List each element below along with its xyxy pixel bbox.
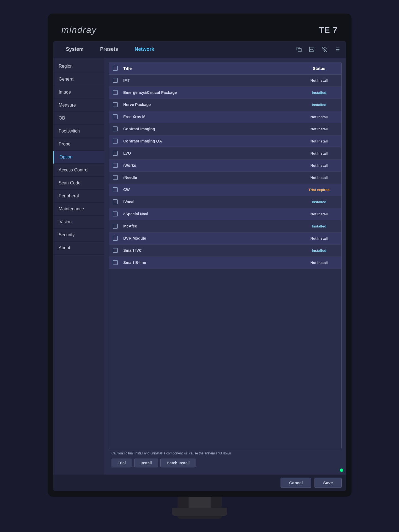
brand-bar: mindray TE 7	[53, 19, 346, 41]
svg-rect-0	[298, 48, 301, 52]
table-row: Free Xros M Not Install	[109, 111, 341, 123]
image-svg	[309, 46, 315, 52]
table-row: Nerve Package Installed	[109, 99, 341, 111]
content-area: Title Status IMT Not Install Emergency&C…	[104, 58, 346, 475]
checkbox-cw[interactable]	[113, 187, 118, 192]
checkbox-lvo[interactable]	[113, 151, 118, 156]
menu-icon[interactable]	[333, 45, 342, 54]
top-nav: System Presets Network	[53, 41, 346, 58]
row-status-ivocal: Installed	[297, 199, 341, 205]
stand-base	[172, 508, 227, 516]
checkbox-emergency[interactable]	[113, 90, 118, 95]
checkbox-contrast[interactable]	[113, 126, 118, 131]
wifi-off-icon[interactable]	[320, 45, 329, 54]
sidebar-item-image[interactable]: Image	[53, 86, 104, 99]
table-row: LVO Not Install	[109, 147, 341, 160]
install-button[interactable]: Install	[134, 459, 158, 467]
batch-install-button[interactable]: Batch Install	[160, 459, 196, 467]
table-header: Title Status	[109, 62, 341, 75]
checkbox-ivocal[interactable]	[113, 199, 118, 204]
row-status-espacial: Not Install	[297, 211, 341, 217]
svg-point-2	[324, 51, 325, 52]
image-icon[interactable]	[307, 45, 316, 54]
table-row: Contrast Imaging QA Not Install	[109, 135, 341, 147]
row-checkbox-cell-cw	[109, 187, 121, 192]
sidebar-item-probe[interactable]: Probe	[53, 138, 104, 151]
table-row: iWorks Not Install	[109, 160, 341, 172]
row-checkbox-cell-contrast	[109, 126, 121, 131]
row-title-contrast: Contrast Imaging	[121, 125, 297, 133]
copy-icon[interactable]	[295, 45, 303, 54]
row-status-mcafee: Installed	[297, 223, 341, 229]
trial-button[interactable]: Trial	[112, 459, 132, 467]
table-row: Smart B-line Not Install	[109, 257, 341, 269]
cancel-button[interactable]: Cancel	[281, 478, 311, 488]
row-checkbox-cell-espacial	[109, 211, 121, 216]
wifi-off-svg	[321, 46, 327, 52]
row-title-lvo: LVO	[121, 149, 297, 157]
sidebar-item-ob[interactable]: OB	[53, 112, 104, 125]
row-checkbox-cell-lvo	[109, 151, 121, 156]
sidebar-item-region[interactable]: Region	[53, 60, 104, 73]
checkbox-dvr[interactable]	[113, 236, 118, 241]
row-title-smart-bline: Smart B-line	[121, 259, 297, 266]
row-title-dvr: DVR Module	[121, 234, 297, 242]
sidebar-item-peripheral[interactable]: Peripheral	[53, 190, 104, 203]
sidebar-item-about[interactable]: About	[53, 242, 104, 255]
checkbox-smart-ivc[interactable]	[113, 248, 118, 253]
row-checkbox-cell-smart-bline	[109, 260, 121, 265]
table-row: Smart IVC Installed	[109, 245, 341, 257]
checkbox-nerve[interactable]	[113, 102, 118, 107]
checkbox-contrast-qa[interactable]	[113, 139, 118, 144]
row-status-imt: Not Install	[297, 77, 341, 84]
row-checkbox-cell-dvr	[109, 236, 121, 241]
row-checkbox-cell-nerve	[109, 102, 121, 107]
tab-network[interactable]: Network	[126, 44, 163, 55]
sidebar-item-ivision[interactable]: iVision	[53, 216, 104, 229]
checkbox-imt[interactable]	[113, 78, 118, 83]
row-checkbox-cell-ivocal	[109, 199, 121, 204]
checkbox-espacial[interactable]	[113, 211, 118, 216]
row-checkbox-cell-freexros	[109, 114, 121, 119]
row-status-nerve: Installed	[297, 102, 341, 108]
row-status-cw: Trial expired	[297, 187, 341, 193]
checkbox-mcafee[interactable]	[113, 224, 118, 229]
checkbox-freexros[interactable]	[113, 114, 118, 119]
row-status-contrast: Not Install	[297, 126, 341, 132]
sidebar-item-maintenance[interactable]: Maintenance	[53, 203, 104, 216]
row-checkbox-cell-ineedle	[109, 175, 121, 180]
model-name: TE 7	[319, 25, 337, 35]
footer-bar: Cancel Save	[53, 475, 346, 491]
sidebar-item-option[interactable]: Option	[53, 151, 104, 164]
screen: System Presets Network	[53, 41, 346, 491]
sidebar-item-footswitch[interactable]: Footswitch	[53, 125, 104, 138]
row-status-freexros: Not Install	[297, 114, 341, 120]
sidebar-item-security[interactable]: Security	[53, 229, 104, 242]
sidebar-item-measure[interactable]: Measure	[53, 99, 104, 112]
sidebar-item-general[interactable]: General	[53, 73, 104, 86]
sidebar-item-scan-code[interactable]: Scan Code	[53, 177, 104, 190]
checkbox-ineedle[interactable]	[113, 175, 118, 180]
save-button[interactable]: Save	[315, 478, 341, 488]
sidebar-item-access-control[interactable]: Access Control	[53, 164, 104, 177]
select-all-checkbox[interactable]	[113, 66, 118, 71]
row-title-espacial: eSpacial Navi	[121, 210, 297, 218]
row-title-emergency: Emergency&Critical Package	[121, 89, 297, 96]
action-buttons: Trial Install Batch Install	[109, 457, 342, 470]
main-content: Region General Image Measure OB Footswit…	[53, 58, 346, 475]
row-title-smart-ivc: Smart IVC	[121, 247, 297, 254]
row-checkbox-cell-mcafee	[109, 224, 121, 229]
checkbox-iworks[interactable]	[113, 163, 118, 168]
header-title: Title	[121, 66, 297, 71]
tab-presets[interactable]: Presets	[92, 44, 126, 55]
row-title-imt: IMT	[121, 76, 297, 84]
checkbox-smart-bline[interactable]	[113, 260, 118, 265]
monitor-stand	[178, 497, 222, 519]
row-title-freexros: Free Xros M	[121, 113, 297, 121]
nav-icons	[295, 45, 342, 54]
row-status-ineedle: Not Install	[297, 174, 341, 181]
tab-system[interactable]: System	[58, 44, 92, 55]
menu-svg	[334, 46, 340, 52]
table-row: DVR Module Not Install	[109, 232, 341, 245]
header-status: Status	[297, 66, 341, 71]
